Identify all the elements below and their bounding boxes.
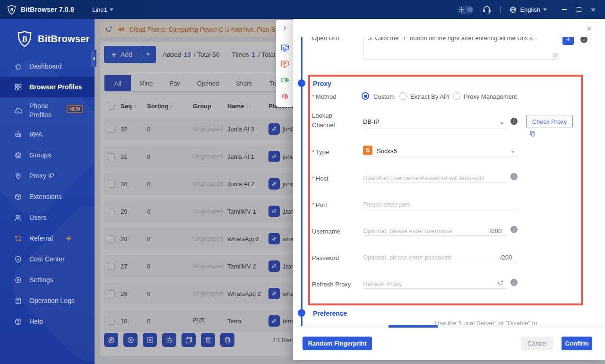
- radio-proxy-management[interactable]: [453, 92, 460, 100]
- title-bar: B BitBrowser 7.0.8 Line1 English ×: [0, 0, 605, 19]
- method-label: *Method: [312, 93, 336, 100]
- sidebar-item-phone-profiles[interactable]: Phone ProfilesNEW: [0, 97, 95, 124]
- username-label: Username: [312, 228, 340, 235]
- app-title: BitBrowser 7.0.8: [21, 6, 74, 13]
- random-fingerprint-button[interactable]: Random Fingerprint: [302, 337, 372, 350]
- port-input[interactable]: Please enter port: [363, 201, 410, 208]
- app-logo-icon: B: [7, 5, 17, 15]
- username-counter: /200: [490, 227, 501, 234]
- layers-icon: [14, 151, 22, 159]
- sidebar-item-groups[interactable]: Groups: [0, 145, 95, 165]
- info-icon[interactable]: i: [580, 36, 588, 43]
- refresh-proxy-input[interactable]: Refresh Proxy: [363, 280, 402, 287]
- sidebar-item-referral[interactable]: Referral: [0, 228, 95, 249]
- line-selector[interactable]: Line1: [92, 6, 113, 13]
- sidebar-item-help[interactable]: Help: [0, 311, 95, 332]
- type-label: *Type: [312, 148, 329, 156]
- sidebar-item-dashboard[interactable]: Dashboard: [0, 56, 95, 77]
- divider: [500, 6, 501, 13]
- sun-icon: [458, 6, 465, 13]
- close-modal-icon[interactable]: ×: [587, 24, 592, 33]
- sparkle-icon: [65, 235, 72, 242]
- sidebar-item-label: Operation Logs: [29, 297, 75, 304]
- sidebar-item-rpa[interactable]: RPA: [0, 124, 95, 145]
- bitbrowser-logo-icon: B: [16, 30, 33, 47]
- question-icon: [14, 318, 22, 326]
- cancel-button[interactable]: Cancel: [521, 337, 553, 350]
- language-selector[interactable]: English: [509, 6, 547, 14]
- refresh-proxy-label: Refresh Proxy: [312, 281, 351, 288]
- refresh-icon[interactable]: [497, 279, 504, 286]
- radio-extract-by-api-label[interactable]: Extract By API: [410, 93, 449, 100]
- lookup-channel-label: Lookup Channel: [312, 111, 341, 130]
- lookup-channel-value[interactable]: DB-IP: [363, 118, 380, 125]
- info-icon[interactable]: i: [510, 118, 518, 125]
- sidebar-item-extensions[interactable]: Extensions: [0, 186, 95, 207]
- password-label: Password: [312, 254, 339, 261]
- robot-icon: [14, 130, 22, 139]
- password-input[interactable]: Optional, please enter password: [363, 254, 451, 261]
- svg-text:B: B: [21, 35, 27, 43]
- sidebar-item-users[interactable]: Users: [0, 207, 95, 228]
- sidebar-item-settings[interactable]: Settings: [0, 269, 95, 290]
- resize-grip-icon[interactable]: [553, 53, 557, 58]
- sidebar-item-label: Cost Center: [29, 255, 65, 263]
- add-profile-modal: Open URL 3. Click the "+" button on the …: [293, 19, 605, 360]
- referral-icon: [14, 234, 22, 243]
- host-input[interactable]: Host:Port:Username:Password will auto-sp…: [363, 174, 484, 182]
- doc-icon: [14, 297, 22, 305]
- sidebar-item-label: Settings: [29, 276, 53, 284]
- sidebar-item-label: Users: [29, 214, 47, 221]
- sidebar-item-proxy-ip[interactable]: Proxy IP: [0, 165, 95, 186]
- shield-icon: [14, 255, 22, 263]
- sidebar-item-label: Phone Profiles: [29, 102, 66, 120]
- chevron-down-icon: [543, 9, 547, 11]
- sidebar-item-label: Referral: [29, 234, 53, 242]
- app-window: B BitBrowser 7.0.8 Line1 English ×: [0, 0, 605, 364]
- radio-custom-label[interactable]: Custom: [373, 93, 395, 100]
- chevron-right-icon[interactable]: [280, 24, 289, 33]
- confirm-button[interactable]: Confirm: [562, 337, 592, 350]
- globe-icon: [509, 6, 517, 14]
- modal-footer: Random Fingerprint Cancel Confirm: [293, 328, 605, 360]
- chevron-down-icon[interactable]: [500, 119, 504, 126]
- sidebar-item-label: Help: [29, 318, 43, 325]
- floating-toolbar: IP: [276, 20, 293, 107]
- sidebar-item-label: Dashboard: [29, 62, 62, 70]
- theme-toggle[interactable]: [458, 6, 474, 14]
- sidebar-item-browser-profiles[interactable]: Browser Profiles: [0, 77, 95, 97]
- maximize-button[interactable]: [577, 7, 581, 12]
- sidebar-item-operation-logs[interactable]: Operation Logs: [0, 290, 95, 311]
- radio-extract-by-api[interactable]: [399, 92, 407, 100]
- minimize-button[interactable]: [562, 9, 567, 10]
- copy-icon[interactable]: [529, 130, 536, 137]
- type-value[interactable]: Socks5: [377, 147, 397, 155]
- password-counter: /200: [500, 254, 512, 261]
- sidebar-item-cost-center[interactable]: Cost Center: [0, 249, 95, 269]
- support-icon[interactable]: [482, 5, 492, 14]
- host-label: *Host: [312, 175, 328, 182]
- chevron-down-icon[interactable]: [511, 147, 515, 155]
- sidebar: B BitBrowser DashboardBrowser ProfilesPh…: [0, 19, 95, 364]
- toggle-icon[interactable]: [280, 76, 289, 85]
- ip-icon[interactable]: IP: [280, 60, 289, 69]
- home-icon: [14, 62, 22, 70]
- close-window-button[interactable]: ×: [591, 6, 596, 14]
- new-badge: NEW: [67, 105, 83, 113]
- info-icon[interactable]: i: [510, 173, 518, 180]
- display-icon[interactable]: [280, 43, 289, 52]
- username-input[interactable]: Optional, please enter username: [363, 227, 452, 234]
- sidebar-item-label: RPA: [29, 130, 43, 138]
- proxy-highlight-rectangle: [308, 75, 583, 305]
- cube-icon: [14, 193, 22, 201]
- radio-proxy-management-label[interactable]: Proxy Management: [464, 93, 517, 100]
- info-icon[interactable]: i: [510, 226, 518, 233]
- radio-custom[interactable]: [362, 92, 369, 100]
- timeline-dot-proxy: [298, 79, 305, 87]
- check-proxy-button[interactable]: Check Proxy: [526, 115, 573, 128]
- sidebar-item-label: Extensions: [29, 193, 61, 200]
- fingerprint-icon[interactable]: [280, 92, 289, 101]
- modal-header: [293, 19, 605, 37]
- info-icon[interactable]: i: [510, 279, 518, 286]
- section-timeline: [301, 28, 302, 326]
